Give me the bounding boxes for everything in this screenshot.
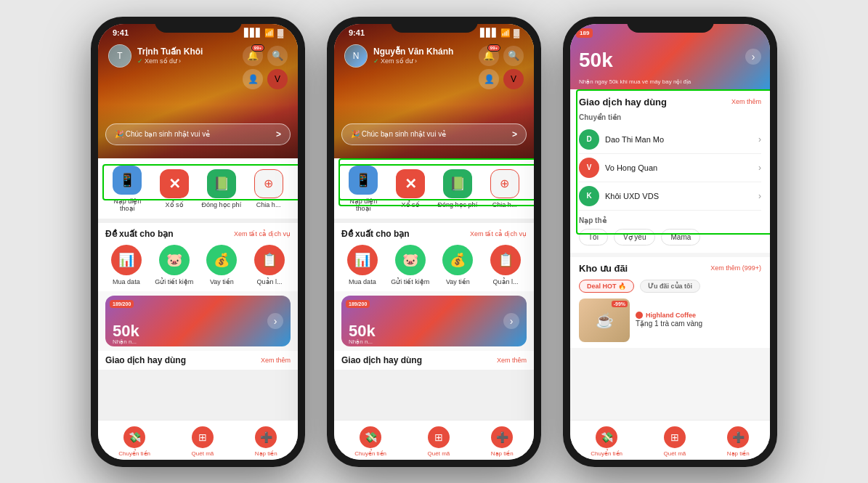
rec-vay-tien-2[interactable]: 💰 Vay tiền [438, 245, 478, 285]
viettel-logo-1: V [267, 69, 288, 89]
quet-ma-btn-1[interactable]: ⊞ Quét mã [192, 426, 214, 457]
chuyen-tien-icon-1: 💸 [123, 426, 145, 448]
nap-mama-btn-3[interactable]: Mama [661, 229, 700, 245]
kho-section-3: Kho ưu đãi Xem thêm (999+) Deal HOT 🔥 Ưu… [570, 257, 770, 348]
recommend-link-2[interactable]: Xem tất cả dịch vụ [470, 230, 527, 238]
service-nap-dien-thoai-1[interactable]: 📱 Nạp điện thoại [105, 166, 149, 214]
birthday-text-2: 🎉 Chúc bạn sinh nhật vui vẻ [351, 130, 508, 138]
chuyen-tien-btn-1[interactable]: 💸 Chuyển tiền [118, 426, 150, 457]
transfer-vo-3[interactable]: V Vo Hong Quan › [579, 154, 761, 182]
user-sub-1: ✓ Xem số dư › [137, 57, 243, 65]
notification-btn-1[interactable]: 🔔 99+ [243, 46, 263, 66]
user-sub-2: ✓ Xem số dư › [373, 57, 479, 65]
donghocphi-icon-1: 📗 [207, 169, 236, 198]
service-nap-2[interactable]: 📱 Nạp điện thoại [341, 166, 385, 214]
chia-label-1: Chia h... [256, 201, 281, 209]
quet-ma-btn-2[interactable]: ⊞ Quét mã [428, 426, 450, 457]
giao-dich-title-3: Giao dịch hay dùng [579, 97, 667, 107]
promo-arrow-2: › [503, 313, 519, 329]
nap-label-1: Nạp điện thoại [105, 198, 149, 214]
user-name-2: Nguyễn Văn Khánh [373, 46, 479, 57]
services-row-1: 📱 Nạp điện thoại ✕ Xổ số 📗 Đóng học phí … [104, 166, 292, 214]
notch-1 [155, 17, 242, 33]
transfer-khoi-3[interactable]: K Khôi UXD VDS › [579, 182, 761, 211]
bottom-bar-1: 💸 Chuyển tiền ⊞ Quét mã ➕ Nạp tiền [98, 420, 298, 460]
nap-tien-btn-2[interactable]: ➕ Nạp tiền [491, 426, 514, 457]
giao-dich-header-2: Giao dịch hay dùng Xem thêm [334, 351, 534, 370]
nap-tien-btn-3[interactable]: ➕ Nạp tiền [727, 426, 750, 457]
donghocphi-label-1: Đóng học phí [202, 201, 242, 209]
service-xo-so-1[interactable]: ✕ Xổ số [153, 169, 196, 209]
uu-dai-tab-3[interactable]: Ưu đãi của tôi [640, 280, 700, 293]
rec-quan-ly-2[interactable]: 📋 Quản l... [486, 245, 526, 285]
notification-btn-2[interactable]: 🔔 99+ [479, 46, 499, 66]
giao-dich-link-1[interactable]: Xem thêm [261, 357, 291, 364]
chia-icon-2: ⊕ [490, 169, 519, 198]
quet-ma-icon-2: ⊞ [428, 426, 450, 448]
chuyen-tien-icon-2: 💸 [360, 426, 381, 448]
recommend-title-2: Đề xuất cho bạn [341, 229, 410, 239]
nap-the-subtitle-3: Nạp thẻ [579, 216, 761, 224]
service-xo-so-2[interactable]: ✕ Xổ số [389, 169, 432, 209]
user-name-1: Trịnh Tuấn Khôi [137, 46, 243, 57]
promo-card-1[interactable]: 189/200 50k Nhận n... › [105, 296, 291, 346]
muadata-icon-1: 📊 [111, 245, 142, 275]
service-chia-1[interactable]: ⊕ Chia h... [247, 169, 291, 209]
vo-arrow-3: › [758, 163, 761, 173]
search-btn-1[interactable]: 🔍 [267, 46, 288, 66]
avatar-1: T [108, 44, 131, 68]
nap-tien-icon-3: ➕ [727, 426, 749, 448]
promo-badge-1: 189/200 [110, 300, 134, 308]
rec-gui-tiet-kiem-1[interactable]: 🐷 Gửi tiết kiệm [154, 245, 194, 285]
giao-dich-header-1: Giao dịch hay dùng Xem thêm [98, 351, 298, 370]
nap-icon-2: 📱 [349, 166, 378, 195]
khoi-avatar-3: K [579, 186, 599, 206]
chuyen-tien-btn-3[interactable]: 💸 Chuyển tiền [591, 426, 622, 457]
rec-vay-tien-1[interactable]: 💰 Vay tiền [202, 245, 242, 285]
deal-hot-tab-3[interactable]: Deal HOT 🔥 [579, 280, 634, 293]
phone-3: 189 50k Nhận ngay 50k khi mua vé máy bay… [563, 17, 777, 467]
user-mini-2: 👤 [479, 69, 499, 89]
promo-card-2[interactable]: 189/200 50k Nhận n... › [341, 296, 527, 346]
xoso-icon-2: ✕ [396, 169, 425, 198]
signal-1: ▋▋▋ [244, 28, 261, 38]
recommend-row-2: 📊 Mua data 🐷 Gửi tiết kiệm 💰 Vay tiền 📋 … [341, 245, 527, 285]
search-btn-2[interactable]: 🔍 [503, 46, 524, 66]
birthday-banner-2[interactable]: 🎉 Chúc bạn sinh nhật vui vẻ > [341, 123, 527, 145]
promo-arrow-3[interactable]: › [745, 49, 761, 65]
giao-dich-link-3[interactable]: Xem thêm [731, 98, 761, 105]
chuyen-tien-btn-2[interactable]: 💸 Chuyển tiền [354, 426, 386, 457]
rec-gui-tiet-kiem-2[interactable]: 🐷 Gửi tiết kiệm [390, 245, 430, 285]
rec-mua-data-1[interactable]: 📊 Mua data [106, 245, 146, 285]
nap-vo-yeu-btn-3[interactable]: Vợ yêu [614, 229, 656, 245]
recommend-link-1[interactable]: Xem tất cả dịch vụ [234, 230, 291, 238]
nap-toi-btn-3[interactable]: Tôi [579, 229, 608, 245]
muadata-icon-2: 📊 [347, 245, 378, 275]
muadata-label-1: Mua data [113, 278, 140, 285]
vaytien-icon-1: 💰 [206, 245, 237, 275]
quet-ma-btn-3[interactable]: ⊞ Quét mã [664, 426, 686, 457]
rec-mua-data-2[interactable]: 📊 Mua data [342, 245, 382, 285]
dao-arrow-3: › [758, 134, 761, 145]
birthday-banner-1[interactable]: 🎉 Chúc bạn sinh nhật vui vẻ > [105, 123, 291, 145]
deal-tabs-3: Deal HOT 🔥 Ưu đãi của tôi [579, 280, 761, 293]
kho-link-3[interactable]: Xem thêm (999+) [710, 264, 761, 272]
promo-sub-2: Nhận n... [349, 338, 373, 345]
service-dong-hoc-phi-2[interactable]: 📗 Đóng học phí [436, 169, 479, 209]
vaytien-icon-2: 💰 [442, 245, 473, 275]
guitietkiem-icon-1: 🐷 [159, 245, 190, 275]
top-promo-3: 189 50k Nhận ngay 50k khi mua vé máy bay… [570, 24, 770, 89]
phone-1: 9:41 ▋▋▋ 📶 ▓ T Trịnh Tuấn Khôi ✓ Xem số … [91, 17, 305, 467]
rec-quan-ly-1[interactable]: 📋 Quản l... [250, 245, 290, 285]
birthday-text-1: 🎉 Chúc bạn sinh nhật vui vẻ [115, 130, 272, 138]
dao-avatar-3: D [579, 129, 599, 150]
nap-tien-btn-1[interactable]: ➕ Nạp tiền [255, 426, 277, 457]
deal-item-3[interactable]: ☕ -99% Highland Coffee Tặng 1 trà cam và… [579, 299, 761, 342]
recommend-title-1: Đề xuất cho bạn [105, 229, 174, 239]
guitietkiem-icon-2: 🐷 [395, 245, 426, 275]
giao-dich-link-2[interactable]: Xem thêm [497, 357, 527, 364]
service-dong-hoc-phi-1[interactable]: 📗 Đóng học phí [200, 169, 243, 209]
service-chia-2[interactable]: ⊕ Chia h... [483, 169, 527, 209]
guitietkiem-label-2: Gửi tiết kiệm [391, 278, 429, 285]
transfer-dao-3[interactable]: D Dao Thi Man Mo › [579, 126, 761, 154]
